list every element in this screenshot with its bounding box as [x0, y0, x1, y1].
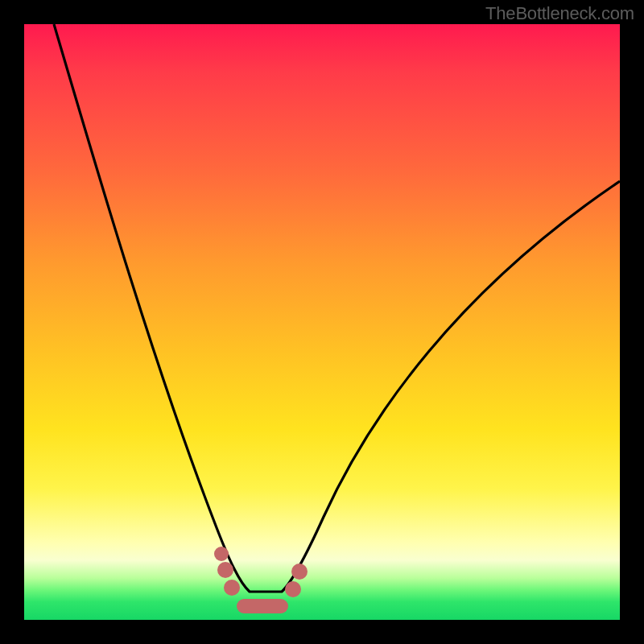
svg-point-3: [214, 547, 229, 561]
svg-point-2: [217, 562, 233, 578]
svg-rect-0: [237, 599, 288, 613]
plot-area: [24, 24, 620, 620]
curve-layer: [24, 24, 620, 620]
bottleneck-curve: [54, 24, 620, 592]
chart-frame: TheBottleneck.com: [0, 0, 644, 644]
svg-point-1: [224, 580, 240, 596]
watermark-text: TheBottleneck.com: [485, 3, 634, 24]
svg-point-5: [291, 564, 308, 580]
svg-point-4: [285, 581, 301, 597]
